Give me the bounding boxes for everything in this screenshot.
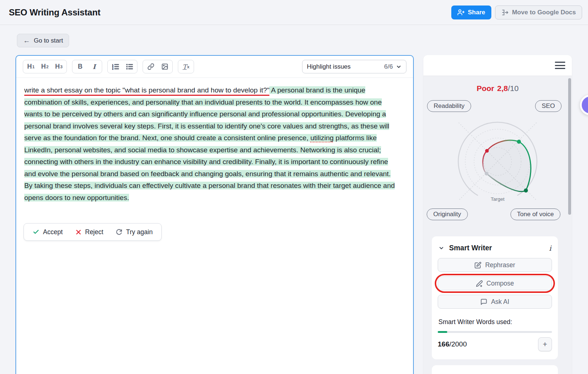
editor-toolbar: H1 H2 H3 B I 123 Tx	[16, 56, 413, 78]
prompt-text: write a short essay on the topic "what i…	[24, 86, 269, 96]
arrow-left-icon: ←	[23, 37, 30, 44]
h3-button[interactable]: H3	[52, 61, 66, 73]
score-sidebar: Poor2,8/10 Readability SEO	[423, 55, 572, 374]
format-button-group: B I	[72, 60, 102, 73]
score-max: /10	[508, 84, 519, 92]
score-grade: Poor	[477, 84, 494, 92]
bullet-list-icon[interactable]	[122, 61, 136, 73]
sidebar-scrollbar-thumb[interactable]	[568, 78, 571, 215]
edit-pencil-icon	[474, 262, 481, 269]
x-icon	[75, 229, 82, 235]
metric-pills-bottom: Originality Tone of voice	[423, 208, 572, 220]
share-button[interactable]: Share	[451, 6, 491, 19]
highlight-issues-dropdown[interactable]: Highlight issues 6/6	[302, 60, 406, 73]
go-to-start-button[interactable]: ← Go to start	[17, 34, 69, 47]
insert-button-group	[143, 60, 173, 73]
words-count: 166/2000	[438, 340, 467, 348]
pen-sparkle-icon	[476, 280, 483, 287]
issues-count: 6/6	[384, 63, 393, 70]
readability-point	[485, 149, 489, 153]
sidebar-header	[423, 55, 572, 76]
document-text-area[interactable]: write a short essay on the topic "what i…	[16, 78, 406, 217]
tone-of-voice-point	[524, 189, 528, 193]
reject-button[interactable]: Reject	[75, 228, 104, 236]
check-icon	[33, 229, 39, 235]
try-again-button[interactable]: Try again	[116, 228, 153, 236]
chevron-down-icon	[396, 64, 402, 70]
bold-button[interactable]: B	[73, 61, 87, 73]
user-plus-icon	[458, 9, 465, 16]
list-button-group: 123	[107, 60, 137, 73]
link-icon[interactable]	[144, 61, 158, 73]
accept-button[interactable]: Accept	[33, 228, 63, 236]
header-actions: Share Move to Google Docs	[451, 6, 582, 19]
app-header: SEO Writing Assistant Share Move to Goog…	[0, 0, 588, 25]
smart-writer-header[interactable]: Smart Writer i	[438, 244, 552, 258]
smart-writer-card: Smart Writer i Rephraser Compose Ask AI …	[432, 236, 558, 359]
ordered-list-icon[interactable]: 123	[108, 61, 122, 73]
target-label: Target	[491, 196, 505, 202]
spellcheck-word: utilizing	[310, 134, 333, 142]
export-doc-icon	[501, 9, 509, 16]
editor-panel: H1 H2 H3 B I 123 Tx	[15, 55, 414, 374]
overall-score: Poor2,8/10	[423, 84, 572, 93]
h2-button[interactable]: H2	[38, 61, 52, 73]
readability-pill[interactable]: Readability	[427, 100, 471, 112]
words-progress-fill	[438, 331, 447, 333]
chevron-down-icon	[438, 245, 444, 251]
seo-point	[517, 140, 521, 144]
floating-help-button[interactable]	[580, 95, 588, 115]
move-to-google-docs-button[interactable]: Move to Google Docs	[495, 6, 582, 19]
add-words-button[interactable]: +	[538, 337, 552, 351]
score-value: 2,8	[497, 84, 508, 92]
words-used-row: 166/2000 +	[438, 337, 552, 351]
originality-pill[interactable]: Originality	[427, 208, 468, 220]
svg-text:3: 3	[112, 68, 114, 70]
heading-button-group: H1 H2 H3	[23, 60, 67, 73]
score-gauge-chart: Target	[423, 116, 572, 206]
seo-pill[interactable]: SEO	[535, 100, 562, 112]
image-icon[interactable]	[158, 61, 172, 73]
page-title: SEO Writing Assistant	[9, 7, 100, 18]
ai-suggestion-actions: Accept Reject Try again	[24, 223, 162, 241]
h1-button[interactable]: H1	[24, 61, 38, 73]
smart-writer-title: Smart Writer	[449, 244, 492, 252]
rephraser-button[interactable]: Rephraser	[438, 258, 552, 272]
info-icon[interactable]: i	[549, 244, 551, 252]
ask-ai-button[interactable]: Ask AI	[438, 295, 552, 309]
compose-button[interactable]: Compose	[438, 276, 552, 290]
menu-icon[interactable]	[555, 62, 565, 69]
generated-text: platforms like LinkedIn, personal websit…	[24, 134, 395, 201]
tone-of-voice-pill[interactable]: Tone of voice	[510, 208, 560, 220]
metric-pills-top: Readability SEO	[423, 100, 572, 112]
next-section-card	[432, 365, 558, 374]
italic-button[interactable]: I	[87, 61, 101, 73]
words-used-progress	[438, 331, 552, 333]
originality-point	[485, 172, 488, 175]
clear-format-group: Tx	[178, 60, 194, 73]
refresh-icon	[116, 229, 122, 235]
chat-bubble-icon	[480, 298, 487, 305]
clear-formatting-icon[interactable]: Tx	[179, 61, 193, 73]
words-used-label: Smart Writer Words used:	[438, 318, 552, 326]
